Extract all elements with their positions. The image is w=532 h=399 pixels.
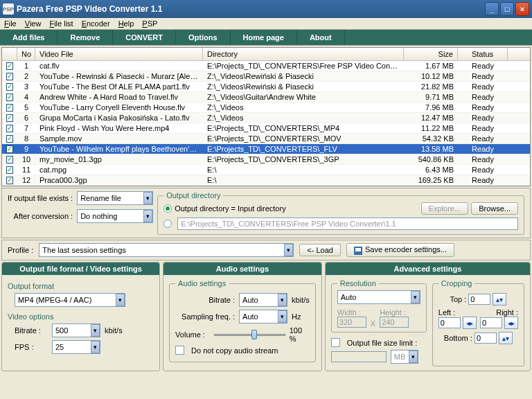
cropping-fieldset: Cropping Top : ▴▾ Left : ◂▸ Right : ◂▸ B… <box>432 279 524 366</box>
header-no[interactable]: No <box>17 48 35 60</box>
row-no: 12 <box>17 175 35 185</box>
video-bitrate-select[interactable]: 500▾ <box>52 323 100 337</box>
menu-encoder[interactable]: Encoder <box>82 19 110 28</box>
row-file: Grupa MoCarta i Kasia Pakosińska - Lato.… <box>35 113 203 123</box>
outdir-custom-radio[interactable] <box>163 220 172 228</box>
resolution-legend: Resolution <box>337 279 379 287</box>
header-status[interactable]: Status <box>458 48 508 60</box>
table-row[interactable]: ✓9YouTube - Wilhelm Kempff plays Beethov… <box>2 144 530 154</box>
row-checkbox[interactable]: ✓ <box>6 145 13 153</box>
crop-right-input[interactable] <box>480 317 502 328</box>
row-directory: E:\ <box>203 175 404 185</box>
row-checkbox[interactable]: ✓ <box>6 177 13 184</box>
row-size: 13.58 MB <box>404 144 458 154</box>
menu-file[interactable]: File <box>4 19 17 28</box>
row-no: 3 <box>17 82 35 91</box>
after-conversion-select[interactable]: Do nothing▾ <box>77 209 153 223</box>
header-file[interactable]: Video File <box>35 48 203 60</box>
table-row[interactable]: ✓1cat.flvE:\Projects_TD\_CONVERTERS\Free… <box>2 61 530 71</box>
row-directory: Z:\_Videos\Guitar\Andrew White <box>203 92 404 102</box>
fps-select[interactable]: 25▾ <box>52 340 100 354</box>
if-exists-select[interactable]: Rename file▾ <box>77 191 153 205</box>
row-no: 2 <box>17 71 35 81</box>
crop-bottom-arrows[interactable]: ▴▾ <box>499 332 513 344</box>
menu-file-list[interactable]: File list <box>49 19 73 28</box>
size-limit-checkbox[interactable] <box>331 338 340 347</box>
row-directory: Z:\_Videos\Rewiński & Piasecki <box>203 82 404 91</box>
table-row[interactable]: ✓5YouTube - Larry Coryell Eleventh House… <box>2 103 530 113</box>
row-no: 7 <box>17 123 35 133</box>
row-checkbox[interactable]: ✓ <box>6 166 13 174</box>
table-row[interactable]: ✓7Pink Floyd - Wish You Were Here.mp4E:\… <box>2 123 530 134</box>
row-directory: E:\Projects_TD\_CONVERTERS\_MOV <box>203 134 404 143</box>
crop-left-input[interactable] <box>438 317 461 328</box>
crop-right-arrows[interactable]: ◂▸ <box>504 317 518 329</box>
outdir-path-input[interactable]: E:\Projects_TD\_CONVERTERS\Free PSP Vide… <box>177 218 518 230</box>
resolution-select[interactable]: Auto▾ <box>337 290 420 304</box>
browse-button[interactable]: Browse... <box>471 202 518 215</box>
row-checkbox[interactable]: ✓ <box>6 83 13 91</box>
toolbar-remove[interactable]: Remove <box>57 30 113 45</box>
maximize-button[interactable]: □ <box>500 2 514 16</box>
video-bitrate-unit: kbit/s <box>105 326 123 335</box>
table-row[interactable]: ✓11cat.mpgE:\6.43 MBReady <box>2 165 530 175</box>
volume-percent: 100 % <box>290 326 310 343</box>
menu-help[interactable]: Help <box>118 19 134 28</box>
sampling-freq-select[interactable]: Auto▾ <box>239 310 287 323</box>
audio-bitrate-label: Bitrate : <box>175 296 235 304</box>
header-size[interactable]: Size <box>404 48 458 60</box>
toolbar-about[interactable]: About <box>297 30 345 45</box>
row-checkbox[interactable]: ✓ <box>6 114 13 122</box>
row-checkbox[interactable]: ✓ <box>6 62 13 70</box>
profile-bar: Profile : The last session settings▾ <- … <box>1 240 531 260</box>
row-checkbox[interactable]: ✓ <box>6 94 13 101</box>
outdir-same-radio[interactable] <box>163 204 172 213</box>
close-button[interactable]: × <box>515 2 529 16</box>
load-profile-button[interactable]: <- Load <box>299 244 341 256</box>
row-checkbox[interactable]: ✓ <box>6 104 13 112</box>
outdir-same-label: Output directory = Input directory <box>175 204 286 213</box>
header-directory[interactable]: Directory <box>203 48 404 60</box>
table-row[interactable]: ✓10my_movie_01.3gpE:\Projects_TD\_CONVER… <box>2 154 530 165</box>
no-copy-audio-checkbox[interactable] <box>175 346 184 355</box>
output-format-select[interactable]: MP4 (MPEG-4 / AAC)▾ <box>15 293 125 307</box>
table-row[interactable]: ✓12Praca000.3gpE:\169.25 KBReady <box>2 175 530 186</box>
save-profile-button[interactable]: Save encoder settings... <box>346 243 454 256</box>
toolbar-home-page[interactable]: Home page <box>231 30 297 45</box>
table-row[interactable]: ✓6Grupa MoCarta i Kasia Pakosińska - Lat… <box>2 113 530 123</box>
row-directory: Z:\_Videos\Rewiński & Piasecki <box>203 71 404 81</box>
row-checkbox[interactable]: ✓ <box>6 73 13 80</box>
table-row[interactable]: ✓4Andrew White - A Hard Road to Travel.f… <box>2 92 530 103</box>
row-size: 21.82 MB <box>404 82 458 91</box>
toolbar-add-files[interactable]: Add files <box>0 30 57 45</box>
explore-button[interactable]: Explore... <box>421 202 468 215</box>
audio-panel-title: Audio settings <box>163 263 321 275</box>
audio-bitrate-select[interactable]: Auto▾ <box>239 293 287 307</box>
row-checkbox[interactable]: ✓ <box>6 156 13 163</box>
file-table: No Video File Directory Size Status ✓1ca… <box>1 47 531 186</box>
row-checkbox[interactable]: ✓ <box>6 135 13 143</box>
chevron-down-icon: ▾ <box>143 192 152 204</box>
table-row[interactable]: ✓3YouTube - The Best Of ALE PLAMA part1.… <box>2 82 530 92</box>
crop-bottom-input[interactable] <box>475 332 497 344</box>
volume-slider[interactable] <box>214 328 285 341</box>
crop-top-arrows[interactable]: ▴▾ <box>493 293 506 305</box>
table-row[interactable]: ✓2YouTube - Rewinski & Piasecki - Murarz… <box>2 71 530 82</box>
toolbar-options[interactable]: Options <box>176 30 231 45</box>
row-no: 5 <box>17 103 35 112</box>
crop-top-input[interactable] <box>468 294 490 305</box>
table-row[interactable]: ✓8Sample.movE:\Projects_TD\_CONVERTERS\_… <box>2 134 530 144</box>
video-options-label: Video options <box>8 312 154 321</box>
minimize-button[interactable]: _ <box>485 2 499 16</box>
video-panel-title: Output file format / Video settings <box>2 263 159 275</box>
audio-legend: Audio settings <box>175 279 229 287</box>
row-checkbox[interactable]: ✓ <box>6 125 13 132</box>
toolbar-convert[interactable]: CONVERT <box>113 30 176 45</box>
menu-psp[interactable]: PSP <box>142 19 157 28</box>
menu-view[interactable]: View <box>25 19 42 28</box>
profile-select[interactable]: The last session settings▾ <box>39 243 294 257</box>
row-directory: E:\Projects_TD\_CONVERTERS\_MP4 <box>203 123 404 133</box>
crop-left-arrows[interactable]: ◂▸ <box>463 317 477 329</box>
crop-right-label: Right : <box>480 308 518 317</box>
height-input <box>380 317 409 328</box>
